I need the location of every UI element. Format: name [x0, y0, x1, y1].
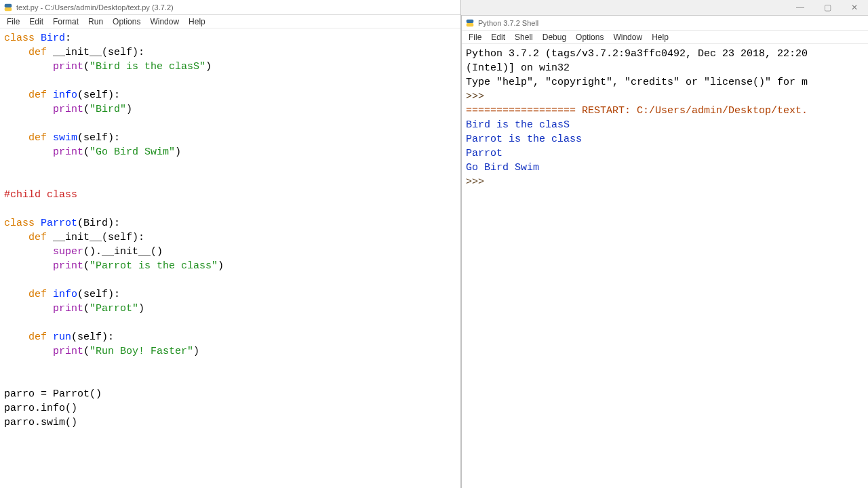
python-file-icon — [3, 2, 14, 13]
shell-menu-help[interactable]: Help — [648, 31, 673, 43]
shell-prompt: >>> — [466, 176, 490, 188]
shell-title-text: Python 3.7.2 Shell — [478, 19, 538, 27]
maximize-button[interactable]: ▢ — [814, 0, 841, 15]
shell-menu-debug[interactable]: Debug — [538, 31, 570, 43]
close-button[interactable]: ✕ — [841, 0, 868, 15]
svg-rect-2 — [467, 19, 474, 22]
shell-menu-options[interactable]: Options — [572, 31, 608, 43]
menu-run[interactable]: Run — [84, 16, 107, 28]
shell-window: Python 3.7.2 Shell File Edit Shell Debug… — [461, 15, 868, 488]
svg-rect-0 — [5, 3, 12, 7]
editor-titlebar[interactable]: text.py - C:/Users/admin/Desktop/text.py… — [0, 0, 460, 15]
menu-format[interactable]: Format — [49, 16, 83, 28]
menu-options[interactable]: Options — [108, 16, 144, 28]
shell-menubar: File Edit Shell Debug Options Window Hel… — [462, 30, 868, 44]
menu-help[interactable]: Help — [184, 16, 210, 28]
menu-window[interactable]: Window — [146, 16, 183, 28]
editor-menubar: File Edit Format Run Options Window Help — [0, 15, 460, 28]
shell-output-area[interactable]: Python 3.7.2 (tags/v3.7.2:9a3ffc0492, De… — [462, 44, 868, 488]
shell-banner: Python 3.7.2 (tags/v3.7.2:9a3ffc0492, De… — [466, 48, 808, 60]
shell-menu-file[interactable]: File — [465, 31, 486, 43]
shell-output-line: Parrot — [466, 148, 502, 159]
shell-titlebar[interactable]: Python 3.7.2 Shell — [462, 16, 868, 30]
editor-title-text: text.py - C:/Users/admin/Desktop/text.py… — [16, 3, 174, 12]
editor-window: text.py - C:/Users/admin/Desktop/text.py… — [0, 0, 461, 488]
shell-restart-line: ================== RESTART: C:/Users/adm… — [466, 105, 808, 117]
shell-menu-window[interactable]: Window — [609, 31, 646, 43]
svg-rect-3 — [467, 23, 474, 26]
shell-menu-shell[interactable]: Shell — [511, 31, 537, 43]
editor-window-controls: — ▢ ✕ — [787, 0, 868, 15]
minimize-button[interactable]: — — [787, 0, 814, 15]
shell-output-line: Go Bird Swim — [466, 162, 539, 174]
editor-code-area[interactable]: class Bird: def __init__(self): print("B… — [0, 28, 460, 488]
menu-edit[interactable]: Edit — [25, 16, 47, 28]
shell-menu-edit[interactable]: Edit — [487, 31, 509, 43]
shell-prompt: >>> — [466, 91, 490, 102]
python-shell-icon — [465, 18, 475, 28]
svg-rect-1 — [5, 7, 12, 11]
menu-file[interactable]: File — [3, 16, 24, 28]
shell-output-line: Parrot is the class — [466, 134, 582, 145]
shell-output-line: Bird is the clasS — [466, 119, 570, 131]
